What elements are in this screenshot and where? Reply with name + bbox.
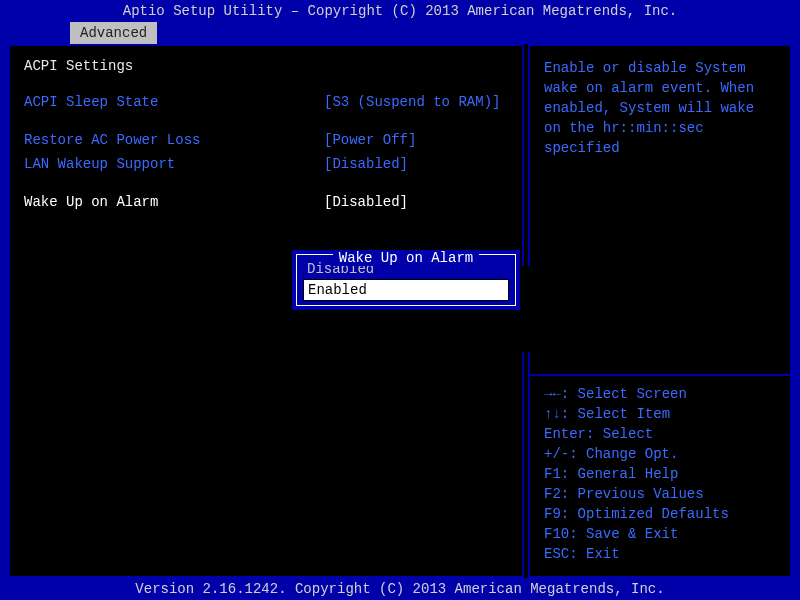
hint-change: +/-: Change Opt. <box>544 444 776 464</box>
tab-bar: Advanced <box>0 22 800 44</box>
divider <box>530 374 790 376</box>
setting-label: Wake Up on Alarm <box>24 192 324 212</box>
setting-label: LAN Wakeup Support <box>24 154 324 174</box>
setting-restore-ac-power-loss[interactable]: Restore AC Power Loss [Power Off] <box>24 130 508 150</box>
footer-bar: Version 2.16.1242. Copyright (C) 2013 Am… <box>0 578 800 600</box>
setting-label: Restore AC Power Loss <box>24 130 324 150</box>
setting-value: [S3 (Suspend to RAM)] <box>324 92 500 112</box>
setting-wake-up-on-alarm[interactable]: Wake Up on Alarm [Disabled] <box>24 192 508 212</box>
setting-acpi-sleep-state[interactable]: ACPI Sleep State [S3 (Suspend to RAM)] <box>24 92 508 112</box>
popup-option-disabled[interactable]: Disabled <box>297 259 515 279</box>
setting-value: [Power Off] <box>324 130 416 150</box>
arrow-up-down-icon <box>544 406 561 422</box>
setting-value: [Disabled] <box>324 154 408 174</box>
hint-select-screen: : Select Screen <box>561 386 687 402</box>
title-text: Aptio Setup Utility – Copyright (C) 2013… <box>123 3 678 19</box>
hint-enter: Enter: Select <box>544 424 776 444</box>
hint-f9: F9: Optimized Defaults <box>544 504 776 524</box>
arrow-left-right-icon <box>544 386 561 402</box>
hint-f1: F1: General Help <box>544 464 776 484</box>
hint-f10: F10: Save & Exit <box>544 524 776 544</box>
setting-lan-wakeup-support[interactable]: LAN Wakeup Support [Disabled] <box>24 154 508 174</box>
title-bar: Aptio Setup Utility – Copyright (C) 2013… <box>0 0 800 22</box>
hint-f2: F2: Previous Values <box>544 484 776 504</box>
help-text: Enable or disable System wake on alarm e… <box>544 58 776 158</box>
setting-value: [Disabled] <box>324 192 408 212</box>
setting-label: ACPI Sleep State <box>24 92 324 112</box>
section-title: ACPI Settings <box>24 58 508 74</box>
key-hints: : Select Screen : Select Item Enter: Sel… <box>544 384 776 564</box>
hint-select-item: : Select Item <box>561 406 670 422</box>
hint-esc: ESC: Exit <box>544 544 776 564</box>
help-pane: Enable or disable System wake on alarm e… <box>528 44 792 578</box>
tab-advanced[interactable]: Advanced <box>70 22 157 44</box>
popup-option-enabled[interactable]: Enabled <box>303 279 509 301</box>
options-popup: Wake Up on Alarm Disabled Enabled <box>292 250 520 310</box>
main-area: ACPI Settings ACPI Sleep State [S3 (Susp… <box>8 44 792 578</box>
footer-text: Version 2.16.1242. Copyright (C) 2013 Am… <box>135 581 664 597</box>
